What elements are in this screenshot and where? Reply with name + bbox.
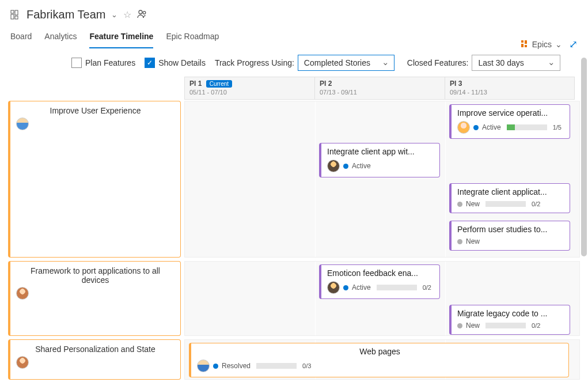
board-app-icon	[10, 10, 21, 20]
feature-card[interactable]: Integrate client app wit... Active	[319, 143, 440, 177]
fullscreen-icon[interactable]: ⤢	[569, 38, 578, 51]
epic-card[interactable]: Improve User Experience	[8, 101, 181, 258]
state-dot-icon	[473, 125, 479, 130]
feature-card[interactable]: Integrate client applicat... New 0/2	[449, 183, 570, 213]
feature-card[interactable]: Web pages Resolved 0/3	[189, 343, 569, 377]
avatar	[327, 281, 340, 294]
state-dot-icon	[457, 202, 462, 207]
feature-card[interactable]: Perform user studies to... New	[449, 221, 570, 251]
state-dot-icon	[343, 285, 348, 290]
closed-features-label: Closed Features:	[407, 58, 469, 67]
current-badge: Current	[206, 80, 232, 88]
column-header-pi1: PI 1 Current 05/11 - 07/10	[184, 77, 314, 100]
svg-rect-1	[15, 10, 18, 15]
team-chevron-icon[interactable]: ⌄	[111, 10, 117, 19]
closed-features-select[interactable]: Last 30 days	[472, 55, 560, 71]
progress-bar	[485, 323, 526, 328]
show-details-label: Show Details	[158, 58, 206, 67]
avatar	[327, 160, 340, 172]
state-dot-icon	[457, 239, 462, 244]
column-header-pi3: PI 3 09/14 - 11/13	[445, 77, 575, 100]
track-progress-label: Track Progress Using:	[215, 58, 294, 67]
svg-rect-8	[521, 44, 523, 47]
epic-title: Shared Personalization and State	[16, 345, 174, 354]
svg-rect-3	[15, 16, 18, 19]
avatar	[16, 356, 29, 369]
progress-bar	[377, 285, 417, 290]
team-name[interactable]: Fabrikam Team	[26, 8, 105, 21]
column-header-pi2: PI 2 07/13 - 09/11	[314, 77, 445, 100]
state-dot-icon	[343, 164, 348, 169]
plan-features-label: Plan Features	[85, 58, 135, 67]
avatar	[197, 360, 210, 372]
feature-card[interactable]: Emoticon feedback ena... Active 0/2	[319, 264, 440, 299]
epic-card[interactable]: Framework to port applications to all de…	[8, 261, 181, 336]
favorite-star-icon[interactable]: ☆	[123, 9, 131, 20]
show-details-checkbox[interactable]: ✓	[145, 58, 155, 68]
epic-title: Framework to port applications to all de…	[16, 266, 174, 285]
svg-rect-0	[11, 10, 14, 13]
team-people-icon[interactable]	[137, 9, 147, 21]
feature-card[interactable]: Migrate legacy code to ... New 0/2	[449, 305, 570, 335]
svg-rect-9	[525, 45, 527, 47]
feature-card[interactable]: Improve service operati... Active 1/5	[449, 104, 570, 139]
epic-title: Improve User Experience	[16, 106, 174, 115]
tab-board[interactable]: Board	[10, 28, 32, 48]
avatar	[457, 121, 470, 134]
tab-epic-roadmap[interactable]: Epic Roadmap	[166, 28, 219, 48]
svg-rect-2	[11, 14, 14, 19]
tab-feature-timeline[interactable]: Feature Timeline	[89, 28, 153, 48]
epics-icon	[521, 40, 529, 50]
svg-rect-6	[521, 40, 523, 43]
scrollbar-thumb[interactable]	[581, 58, 587, 256]
progress-bar	[507, 124, 547, 130]
avatar	[16, 287, 29, 300]
epic-card[interactable]: Shared Personalization and State	[8, 339, 181, 380]
tab-analytics[interactable]: Analytics	[44, 28, 77, 48]
progress-bar	[256, 363, 297, 369]
chevron-down-icon: ⌄	[555, 40, 562, 49]
avatar	[16, 118, 29, 130]
svg-point-4	[139, 10, 142, 14]
epics-label: Epics	[532, 40, 552, 49]
epics-dropdown[interactable]: Epics ⌄	[521, 40, 562, 50]
progress-bar	[485, 201, 526, 207]
svg-rect-7	[525, 40, 527, 44]
track-progress-select[interactable]: Completed Stories	[298, 55, 394, 71]
state-dot-icon	[457, 323, 462, 328]
plan-features-checkbox[interactable]	[71, 58, 82, 68]
state-dot-icon	[213, 364, 218, 369]
svg-point-5	[143, 11, 146, 14]
